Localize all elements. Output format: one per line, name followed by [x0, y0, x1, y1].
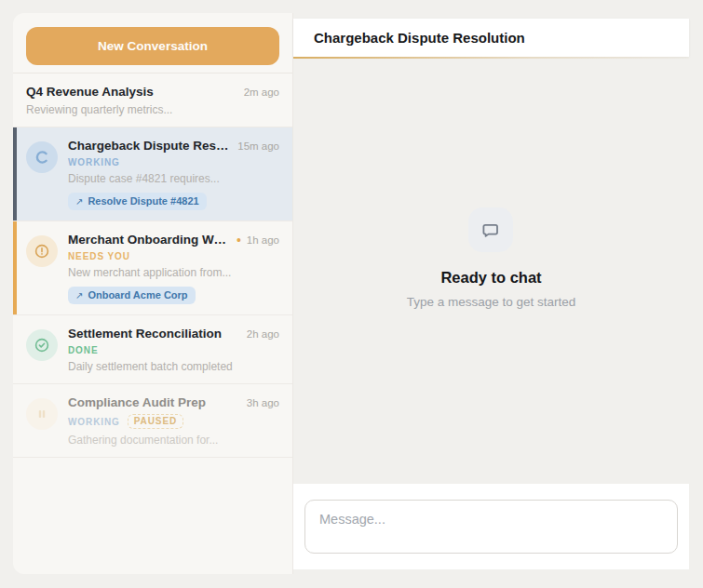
chat-header: Chargeback Dispute Resolution	[293, 19, 689, 57]
paused-badge: PAUSED	[128, 414, 183, 429]
conversation-content: Chargeback Dispute Resolu... 15m ago WOR…	[68, 139, 279, 210]
conversation-item[interactable]: Settlement Reconciliation 2h ago DONE Da…	[13, 315, 292, 384]
conversation-content: Merchant Onboarding Wor... • 1h ago NEED…	[68, 233, 279, 304]
conversation-title: Compliance Audit Prep	[68, 395, 241, 409]
conversation-sidebar: New Conversation Q4 Revenue Analysis 2m …	[13, 13, 293, 574]
conversation-timestamp: 1h ago	[247, 234, 279, 246]
conversation-item[interactable]: Compliance Audit Prep 3h ago WORKING PAU…	[13, 384, 292, 458]
accent-bar	[13, 127, 17, 220]
conversation-item[interactable]: Merchant Onboarding Wor... • 1h ago NEED…	[13, 221, 292, 315]
conversation-content: Compliance Audit Prep 3h ago WORKING PAU…	[68, 395, 279, 447]
conversation-preview: Reviewing quarterly metrics...	[26, 103, 279, 116]
unread-dot: •	[237, 235, 241, 245]
chat-panel: Chargeback Dispute Resolution Ready to c…	[293, 13, 689, 574]
chat-body: Ready to chat Type a message to get star…	[293, 57, 689, 484]
accent-bar	[13, 221, 17, 314]
conversation-item[interactable]: Q4 Revenue Analysis 2m ago Reviewing qua…	[13, 74, 292, 127]
status-label: WORKING	[68, 417, 120, 427]
conversation-preview: Gathering documentation for...	[68, 434, 279, 447]
conversation-list: Q4 Revenue Analysis 2m ago Reviewing qua…	[13, 74, 292, 574]
status-label: DONE	[68, 345, 99, 355]
conversation-content: Q4 Revenue Analysis 2m ago Reviewing qua…	[26, 85, 279, 116]
conversation-content: Settlement Reconciliation 2h ago DONE Da…	[68, 327, 279, 373]
spinner-icon	[26, 141, 58, 173]
composer-area	[293, 484, 689, 569]
conversation-title: Chargeback Dispute Resolu...	[68, 139, 232, 153]
conversation-timestamp: 15m ago	[237, 140, 279, 152]
check-circle-icon	[26, 329, 58, 361]
app-window: New Conversation Q4 Revenue Analysis 2m …	[13, 13, 689, 574]
conversation-timestamp: 3h ago	[247, 397, 279, 408]
new-conversation-section: New Conversation	[13, 13, 292, 74]
action-badge-label: Resolve Dispute #4821	[88, 195, 198, 207]
action-badge-label: Onboard Acme Corp	[88, 289, 187, 301]
arrow-up-right-icon: ↗	[75, 196, 83, 207]
status-label: NEEDS YOU	[68, 251, 130, 261]
status-label: WORKING	[68, 157, 120, 167]
empty-state-subtitle: Type a message to get started	[407, 295, 576, 309]
empty-state-title: Ready to chat	[407, 269, 576, 287]
empty-state: Ready to chat Type a message to get star…	[407, 207, 576, 309]
conversation-timestamp: 2h ago	[247, 328, 279, 340]
conversation-item[interactable]: Chargeback Dispute Resolu... 15m ago WOR…	[13, 127, 292, 221]
new-conversation-button[interactable]: New Conversation	[26, 27, 279, 65]
action-badge[interactable]: ↗ Resolve Dispute #4821	[68, 193, 207, 210]
page-title: Chargeback Dispute Resolution	[314, 30, 525, 46]
conversation-title: Merchant Onboarding Wor...	[68, 233, 231, 247]
arrow-up-right-icon: ↗	[75, 290, 83, 301]
pause-icon	[26, 398, 58, 430]
chat-bubble-icon	[468, 207, 513, 252]
conversation-preview: Daily settlement batch completed	[68, 360, 279, 373]
conversation-title: Q4 Revenue Analysis	[26, 85, 238, 99]
action-badge[interactable]: ↗ Onboard Acme Corp	[68, 287, 196, 304]
conversation-title: Settlement Reconciliation	[68, 327, 241, 341]
message-input[interactable]	[304, 500, 678, 554]
conversation-preview: Dispute case #4821 requires...	[68, 172, 279, 185]
alert-circle-icon	[26, 235, 58, 267]
conversation-preview: New merchant application from...	[68, 266, 279, 279]
conversation-timestamp: 2m ago	[244, 87, 279, 98]
